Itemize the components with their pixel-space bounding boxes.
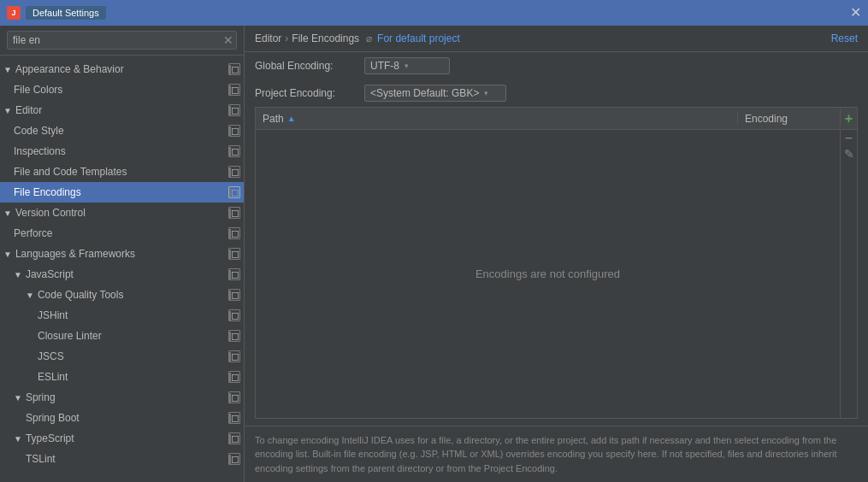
arrow-icon: ▼ xyxy=(3,65,12,74)
sidebar-item-label: Appearance & Behavior xyxy=(15,63,225,75)
copy-icon: ◻ xyxy=(228,309,240,321)
copy-icon: ◻ xyxy=(228,391,240,403)
tree-area: ▼ Appearance & Behavior ◻ File Colors ◻ … xyxy=(0,56,244,482)
breadcrumb-editor: Editor xyxy=(255,32,281,44)
breadcrumb-current: File Encodings xyxy=(292,32,359,44)
sidebar-item-eslint[interactable]: ESLint ◻ xyxy=(0,367,244,387)
sidebar: ✕ ▼ Appearance & Behavior ◻ File Colors … xyxy=(0,26,245,482)
sidebar-item-label: Inspections xyxy=(14,145,225,157)
col-encoding-header: Encoding xyxy=(737,113,840,125)
copy-icon: ◻ xyxy=(228,371,240,383)
search-box: ✕ xyxy=(0,26,244,56)
close-button[interactable]: ✕ xyxy=(850,6,861,20)
add-row-icon[interactable]: + xyxy=(845,111,853,126)
global-encoding-value: UTF-8 xyxy=(370,60,399,72)
sidebar-item-label: TSLint xyxy=(26,453,225,465)
sidebar-item-inspections[interactable]: Inspections ◻ xyxy=(0,141,244,162)
sidebar-item-spring-boot[interactable]: Spring Boot ◻ xyxy=(0,408,244,428)
project-encoding-dropdown[interactable]: <System Default: GBK> ▾ xyxy=(364,85,506,102)
sidebar-item-editor[interactable]: ▼ Editor ◻ xyxy=(0,100,244,120)
breadcrumb-separator2: ⌀ xyxy=(366,32,372,44)
info-bar: To change encoding IntelliJ IDEA uses fo… xyxy=(245,426,868,483)
copy-icon: ◻ xyxy=(228,207,240,219)
copy-icon: ◻ xyxy=(228,432,240,444)
search-clear-icon[interactable]: ✕ xyxy=(223,33,233,47)
sidebar-item-label: Spring Boot xyxy=(26,412,225,424)
sidebar-item-label: Perforce xyxy=(14,227,225,239)
table-empty-message: Encodings are not configured xyxy=(256,130,840,418)
sidebar-item-closure-linter[interactable]: Closure Linter ◻ xyxy=(0,326,244,346)
copy-icon: ◻ xyxy=(228,166,240,178)
col-path-header[interactable]: Path ▲ xyxy=(256,113,737,125)
arrow-icon: ▼ xyxy=(3,250,12,259)
sidebar-item-spring[interactable]: ▼ Spring ◻ xyxy=(0,387,244,408)
sidebar-item-version-control[interactable]: ▼ Version Control ◻ xyxy=(0,203,244,223)
copy-icon: ◻ xyxy=(228,453,240,465)
copy-icon: ◻ xyxy=(228,289,240,301)
sidebar-item-label: File Encodings xyxy=(14,186,225,198)
breadcrumb: Editor › File Encodings ⌀ For default pr… xyxy=(255,32,460,44)
table-body-area: Encodings are not configured − ✎ xyxy=(256,130,857,418)
sidebar-item-jscs[interactable]: JSCS ◻ xyxy=(0,346,244,367)
project-encoding-label: Project Encoding: xyxy=(255,87,357,99)
sidebar-item-tslint[interactable]: TSLint ◻ xyxy=(0,449,244,469)
sidebar-item-label: File and Code Templates xyxy=(14,166,225,178)
remove-row-button[interactable]: − xyxy=(842,132,856,145)
title-bar: J Default Settings ✕ xyxy=(0,0,868,26)
copy-icon: ◻ xyxy=(228,84,240,96)
sidebar-item-languages-frameworks[interactable]: ▼ Languages & Frameworks ◻ xyxy=(0,244,244,264)
sidebar-item-label: Code Style xyxy=(14,125,225,137)
project-encoding-value: <System Default: GBK> xyxy=(370,87,479,99)
window-title: Default Settings xyxy=(26,6,106,20)
arrow-icon: ▼ xyxy=(26,291,34,300)
main-content: ✕ ▼ Appearance & Behavior ◻ File Colors … xyxy=(0,26,868,482)
sidebar-item-label: Spring xyxy=(26,391,225,403)
arrow-icon: ▼ xyxy=(3,209,12,218)
sidebar-item-label: Editor xyxy=(15,104,225,116)
reset-button[interactable]: Reset xyxy=(831,32,858,44)
table-side-actions: − ✎ xyxy=(840,130,857,418)
dropdown-arrow-icon: ▾ xyxy=(484,89,488,97)
arrow-icon: ▼ xyxy=(3,106,12,115)
arrow-icon: ▼ xyxy=(14,270,22,279)
info-text: To change encoding IntelliJ IDEA uses fo… xyxy=(255,435,837,473)
dropdown-arrow-icon: ▾ xyxy=(404,62,409,70)
global-encoding-row: Global Encoding: UTF-8 ▾ xyxy=(245,52,868,79)
arrow-icon: ▼ xyxy=(14,393,22,403)
sidebar-item-label: JSHint xyxy=(38,309,225,321)
sidebar-item-label: JSCS xyxy=(38,350,225,362)
copy-icon: ◻ xyxy=(228,125,240,137)
sidebar-item-javascript[interactable]: ▼ JavaScript ◻ xyxy=(0,264,244,285)
project-encoding-row: Project Encoding: <System Default: GBK> … xyxy=(245,79,868,107)
sidebar-item-perforce[interactable]: Perforce ◻ xyxy=(0,223,244,244)
copy-icon: ◻ xyxy=(228,104,240,116)
sidebar-item-jshint[interactable]: JSHint ◻ xyxy=(0,305,244,326)
global-encoding-dropdown[interactable]: UTF-8 ▾ xyxy=(364,57,450,74)
sidebar-item-label: ESLint xyxy=(38,371,225,383)
search-wrapper: ✕ xyxy=(7,31,237,50)
table-header: Path ▲ Encoding + xyxy=(256,108,857,130)
sidebar-item-appearance-behavior[interactable]: ▼ Appearance & Behavior ◻ xyxy=(0,59,244,79)
sidebar-item-label: Code Quality Tools xyxy=(38,289,225,301)
copy-icon: ◻ xyxy=(228,330,240,342)
sidebar-item-file-code-templates[interactable]: File and Code Templates ◻ xyxy=(0,162,244,182)
app-icon: J xyxy=(7,6,21,20)
sidebar-item-code-style[interactable]: Code Style ◻ xyxy=(0,120,244,141)
right-header: Editor › File Encodings ⌀ For default pr… xyxy=(245,26,868,52)
sidebar-item-code-quality-tools[interactable]: ▼ Code Quality Tools ◻ xyxy=(0,285,244,305)
arrow-icon: ▼ xyxy=(14,434,22,444)
breadcrumb-sep: › xyxy=(285,32,288,44)
sidebar-item-label: Closure Linter xyxy=(38,330,225,342)
sidebar-item-typescript[interactable]: ▼ TypeScript ◻ xyxy=(0,428,244,449)
copy-icon: ◻ xyxy=(228,227,240,239)
sidebar-item-file-colors[interactable]: File Colors ◻ xyxy=(0,79,244,100)
global-encoding-label: Global Encoding: xyxy=(255,60,357,72)
sidebar-item-label: JavaScript xyxy=(26,268,225,280)
sidebar-item-label: Languages & Frameworks xyxy=(15,248,225,260)
right-panel: Editor › File Encodings ⌀ For default pr… xyxy=(245,26,868,482)
search-input[interactable] xyxy=(7,31,237,50)
edit-row-button[interactable]: ✎ xyxy=(842,147,856,161)
breadcrumb-link[interactable]: For default project xyxy=(377,32,460,44)
copy-icon: ◻ xyxy=(228,268,240,280)
sidebar-item-file-encodings[interactable]: File Encodings ◻ xyxy=(0,182,244,203)
